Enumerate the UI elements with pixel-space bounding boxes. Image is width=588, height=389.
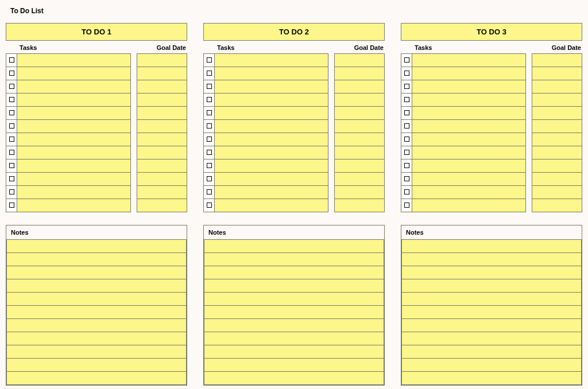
goal-date-cell[interactable]: [532, 160, 582, 173]
task-checkbox[interactable]: [6, 160, 17, 173]
task-cell[interactable]: [17, 67, 131, 80]
notes-line[interactable]: [7, 306, 187, 319]
goal-date-cell[interactable]: [335, 186, 385, 199]
task-cell[interactable]: [215, 107, 328, 120]
task-cell[interactable]: [412, 146, 526, 160]
task-cell[interactable]: [215, 67, 328, 80]
goal-date-cell[interactable]: [137, 133, 187, 146]
goal-date-cell[interactable]: [532, 173, 582, 186]
goal-date-cell[interactable]: [137, 186, 187, 199]
task-cell[interactable]: [412, 186, 526, 199]
goal-date-cell[interactable]: [335, 80, 385, 94]
goal-date-cell[interactable]: [532, 133, 582, 146]
task-checkbox[interactable]: [401, 80, 412, 94]
goal-date-cell[interactable]: [137, 54, 187, 67]
goal-date-cell[interactable]: [335, 133, 385, 146]
notes-line[interactable]: [402, 306, 582, 319]
task-cell[interactable]: [17, 160, 131, 173]
goal-date-cell[interactable]: [335, 160, 385, 173]
notes-line[interactable]: [204, 359, 384, 372]
goal-date-cell[interactable]: [532, 120, 582, 133]
notes-line[interactable]: [402, 279, 582, 293]
task-checkbox[interactable]: [6, 146, 17, 160]
goal-date-cell[interactable]: [137, 107, 187, 120]
task-checkbox[interactable]: [401, 94, 412, 107]
task-cell[interactable]: [17, 186, 131, 199]
task-cell[interactable]: [215, 80, 328, 94]
task-cell[interactable]: [215, 173, 328, 186]
goal-date-cell[interactable]: [335, 199, 385, 212]
notes-line[interactable]: [402, 332, 582, 345]
task-checkbox[interactable]: [401, 199, 412, 212]
goal-date-cell[interactable]: [335, 107, 385, 120]
task-checkbox[interactable]: [6, 133, 17, 146]
task-cell[interactable]: [412, 80, 526, 94]
notes-line[interactable]: [402, 345, 582, 359]
goal-date-cell[interactable]: [137, 67, 187, 80]
task-cell[interactable]: [412, 67, 526, 80]
task-checkbox[interactable]: [204, 107, 215, 120]
notes-line[interactable]: [402, 240, 582, 253]
notes-line[interactable]: [402, 372, 582, 385]
task-checkbox[interactable]: [401, 160, 412, 173]
notes-line[interactable]: [204, 306, 384, 319]
notes-line[interactable]: [402, 359, 582, 372]
task-checkbox[interactable]: [204, 54, 215, 67]
task-cell[interactable]: [215, 94, 328, 107]
goal-date-cell[interactable]: [137, 199, 187, 212]
task-cell[interactable]: [412, 107, 526, 120]
task-checkbox[interactable]: [204, 120, 215, 133]
goal-date-cell[interactable]: [335, 173, 385, 186]
notes-line[interactable]: [402, 319, 582, 332]
goal-date-cell[interactable]: [137, 146, 187, 160]
task-cell[interactable]: [17, 107, 131, 120]
task-cell[interactable]: [412, 120, 526, 133]
task-cell[interactable]: [215, 133, 328, 146]
notes-line[interactable]: [7, 319, 187, 332]
notes-line[interactable]: [204, 332, 384, 345]
notes-line[interactable]: [402, 293, 582, 306]
task-cell[interactable]: [17, 199, 131, 212]
task-cell[interactable]: [412, 54, 526, 67]
task-checkbox[interactable]: [204, 186, 215, 199]
task-cell[interactable]: [17, 146, 131, 160]
goal-date-cell[interactable]: [335, 120, 385, 133]
goal-date-cell[interactable]: [335, 67, 385, 80]
task-checkbox[interactable]: [401, 146, 412, 160]
task-checkbox[interactable]: [6, 80, 17, 94]
notes-line[interactable]: [204, 293, 384, 306]
task-checkbox[interactable]: [401, 107, 412, 120]
task-checkbox[interactable]: [204, 94, 215, 107]
goal-date-cell[interactable]: [532, 80, 582, 94]
task-cell[interactable]: [412, 199, 526, 212]
task-checkbox[interactable]: [401, 67, 412, 80]
task-cell[interactable]: [215, 186, 328, 199]
task-cell[interactable]: [17, 94, 131, 107]
task-cell[interactable]: [17, 120, 131, 133]
notes-line[interactable]: [7, 266, 187, 279]
task-checkbox[interactable]: [6, 67, 17, 80]
task-checkbox[interactable]: [204, 160, 215, 173]
goal-date-cell[interactable]: [532, 199, 582, 212]
task-cell[interactable]: [215, 54, 328, 67]
goal-date-cell[interactable]: [335, 146, 385, 160]
task-cell[interactable]: [215, 146, 328, 160]
notes-line[interactable]: [204, 253, 384, 266]
notes-line[interactable]: [7, 293, 187, 306]
task-cell[interactable]: [17, 80, 131, 94]
notes-line[interactable]: [7, 253, 187, 266]
goal-date-cell[interactable]: [532, 146, 582, 160]
task-cell[interactable]: [412, 133, 526, 146]
notes-line[interactable]: [402, 253, 582, 266]
notes-line[interactable]: [204, 266, 384, 279]
task-checkbox[interactable]: [401, 186, 412, 199]
task-cell[interactable]: [412, 160, 526, 173]
goal-date-cell[interactable]: [532, 67, 582, 80]
task-checkbox[interactable]: [6, 173, 17, 186]
task-cell[interactable]: [215, 160, 328, 173]
goal-date-cell[interactable]: [137, 120, 187, 133]
notes-line[interactable]: [7, 279, 187, 293]
task-cell[interactable]: [17, 173, 131, 186]
goal-date-cell[interactable]: [137, 160, 187, 173]
goal-date-cell[interactable]: [137, 173, 187, 186]
